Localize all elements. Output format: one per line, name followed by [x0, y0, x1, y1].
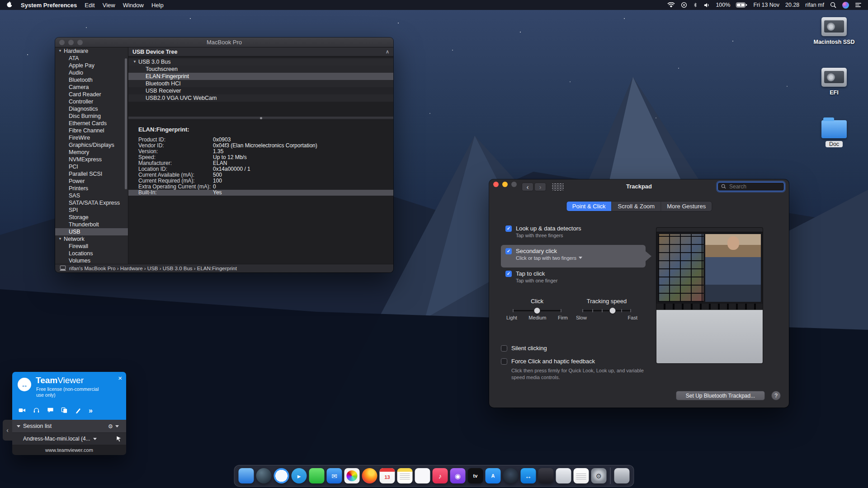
- more-tools-icon[interactable]: »: [89, 407, 93, 415]
- sidebar-item[interactable]: ▼ ATA: [55, 55, 128, 62]
- sidebar-item[interactable]: ▼ Power: [55, 178, 128, 185]
- checkbox-unchecked[interactable]: [501, 358, 507, 365]
- close-button[interactable]: [59, 40, 65, 45]
- dock-item-reminders[interactable]: [415, 468, 430, 483]
- tree-item[interactable]: Touchscreen: [128, 66, 393, 73]
- app-menu-title[interactable]: System Preferences: [21, 2, 77, 9]
- minimize-button[interactable]: [68, 40, 74, 45]
- click-slider-thumb[interactable]: [534, 308, 540, 314]
- siri-icon[interactable]: [842, 2, 849, 9]
- dock-item-textedit[interactable]: [574, 468, 589, 483]
- tree-item[interactable]: USB Receiver: [128, 87, 393, 94]
- dock-item-music[interactable]: ♪: [433, 468, 448, 483]
- dock-item-firefox[interactable]: [362, 468, 377, 483]
- search-field[interactable]: [717, 182, 784, 191]
- dock-item-pro-app[interactable]: [538, 468, 554, 483]
- close-icon[interactable]: ×: [118, 374, 122, 382]
- dock-item-telegram[interactable]: ▸: [292, 468, 307, 483]
- trackpad-titlebar[interactable]: ‹ › Trackpad: [489, 179, 789, 194]
- dock-item-messages[interactable]: [309, 468, 325, 483]
- dock-item-photos[interactable]: [344, 468, 360, 483]
- sidebar-item[interactable]: ▼ Locations: [55, 250, 128, 257]
- click-slider[interactable]: [513, 310, 561, 311]
- help-button[interactable]: ?: [771, 391, 781, 400]
- silent-clicking-option[interactable]: Silent clicking: [501, 345, 652, 352]
- sidebar-item[interactable]: ▼ SATA/SATA Express: [55, 199, 128, 206]
- sidebar-item[interactable]: ▼ Graphics/Displays: [55, 141, 128, 149]
- pane-splitter[interactable]: [128, 116, 393, 120]
- video-call-icon[interactable]: [19, 407, 26, 415]
- set-up-bluetooth-trackpad-button[interactable]: Set Up Bluetooth Trackpad...: [676, 391, 765, 400]
- menu-date[interactable]: Fri 13 Nov: [753, 2, 779, 8]
- dock-item-safari[interactable]: [274, 468, 289, 483]
- headset-icon[interactable]: [33, 407, 40, 415]
- session-item[interactable]: Andress-Mac-mini.local (4...: [12, 432, 126, 445]
- checkbox-checked[interactable]: ✓: [505, 248, 512, 254]
- sidebar-item[interactable]: ▼ Storage: [55, 214, 128, 221]
- sidebar-item[interactable]: ▼ FireWire: [55, 134, 128, 141]
- sidebar-item[interactable]: ▼ Printers: [55, 185, 128, 192]
- sidebar-item[interactable]: ▼ Diagnostics: [55, 105, 128, 113]
- bluetooth-icon[interactable]: [693, 2, 698, 8]
- trackpad-option[interactable]: ✓ Look up & data detectors Tap with thre…: [501, 222, 646, 245]
- sidebar-item[interactable]: ▼ Card Reader: [55, 91, 128, 98]
- volume-icon[interactable]: [703, 2, 710, 8]
- notification-center-icon[interactable]: [855, 2, 862, 8]
- sidebar-item[interactable]: ▼ Ethernet Cards: [55, 120, 128, 127]
- detail-row[interactable]: Version: 1.35: [128, 149, 393, 155]
- sidebar-item[interactable]: ▼ Volumes: [55, 257, 128, 264]
- sidebar-item[interactable]: ▼ SPI: [55, 206, 128, 214]
- tree-item[interactable]: Bluetooth HCI: [128, 80, 393, 87]
- dock-item-app-store[interactable]: A: [486, 468, 501, 483]
- whiteboard-pen-icon[interactable]: [75, 407, 81, 415]
- wifi-icon[interactable]: [667, 2, 675, 8]
- tracking-speed-thumb[interactable]: [609, 308, 615, 314]
- teamviewer-footer[interactable]: www.teamviewer.com: [12, 445, 126, 455]
- desktop-icon-macintosh-ssd[interactable]: Macintosh SSD: [806, 17, 863, 68]
- chevron-down-icon[interactable]: [579, 257, 582, 261]
- sidebar-item[interactable]: ▼ Controller: [55, 98, 128, 105]
- sidebar-scrollbar[interactable]: [125, 58, 127, 189]
- tab[interactable]: More Gestures: [660, 202, 712, 211]
- collapse-panel-tab[interactable]: ‹: [3, 420, 12, 441]
- detail-row[interactable]: Manufacturer: ELAN: [128, 160, 393, 166]
- sidebar-item[interactable]: ▼ Camera: [55, 84, 128, 91]
- dock-item-mail[interactable]: ✉: [327, 468, 342, 483]
- tracking-speed-slider[interactable]: [582, 310, 631, 311]
- chevron-down-icon[interactable]: [93, 438, 97, 442]
- menu-extra-icon[interactable]: [681, 2, 687, 8]
- collapse-column-icon[interactable]: ∧: [386, 49, 389, 55]
- dock-item-globe-app[interactable]: [256, 468, 272, 483]
- dock-item-system-preferences[interactable]: ⚙: [591, 468, 607, 483]
- checkbox-unchecked[interactable]: [501, 345, 507, 352]
- sidebar-item[interactable]: ▼ Memory: [55, 149, 128, 156]
- gear-icon[interactable]: ⚙: [108, 423, 113, 430]
- dock-item-calendar[interactable]: 13: [380, 468, 395, 483]
- sidebar-item[interactable]: ▼ Network: [55, 235, 128, 243]
- sidebar-item[interactable]: ▼ PCI: [55, 163, 128, 170]
- search-input[interactable]: [728, 183, 781, 190]
- menu-item[interactable]: Help: [151, 2, 164, 9]
- tab[interactable]: Scroll & Zoom: [612, 202, 661, 211]
- sidebar-item[interactable]: ▼ Audio: [55, 69, 128, 76]
- checkbox-checked[interactable]: ✓: [505, 225, 512, 232]
- file-transfer-icon[interactable]: [61, 407, 68, 415]
- sidebar-item[interactable]: ▼ USB: [55, 228, 128, 235]
- menu-item[interactable]: Edit: [85, 2, 94, 9]
- detail-row[interactable]: Extra Operating Current (mA): 0: [128, 184, 393, 190]
- sidebar-item[interactable]: ▼ Fibre Channel: [55, 127, 128, 134]
- tab[interactable]: Point & Click: [566, 202, 612, 211]
- apple-menu-icon[interactable]: [6, 1, 13, 9]
- menu-user[interactable]: rifan mf: [805, 2, 824, 8]
- trackpad-option[interactable]: ✓ Tap to click Tap with one finger: [501, 267, 646, 290]
- dock-item-utility-app[interactable]: [556, 468, 571, 483]
- dock-item-finder[interactable]: [239, 468, 254, 483]
- sidebar-item[interactable]: ▼ Parallel SCSI: [55, 170, 128, 178]
- sidebar-item[interactable]: ▼ Thunderbolt: [55, 221, 128, 228]
- tree-item[interactable]: ELAN:Fingerprint: [128, 73, 393, 80]
- detail-row[interactable]: Vendor ID: 0x04f3 (Elan Microelectronics…: [128, 143, 393, 149]
- sidebar-item[interactable]: ▼ SAS: [55, 192, 128, 199]
- chat-icon[interactable]: [47, 407, 54, 415]
- dock-item-trash[interactable]: [614, 468, 630, 483]
- menu-item[interactable]: View: [103, 2, 115, 9]
